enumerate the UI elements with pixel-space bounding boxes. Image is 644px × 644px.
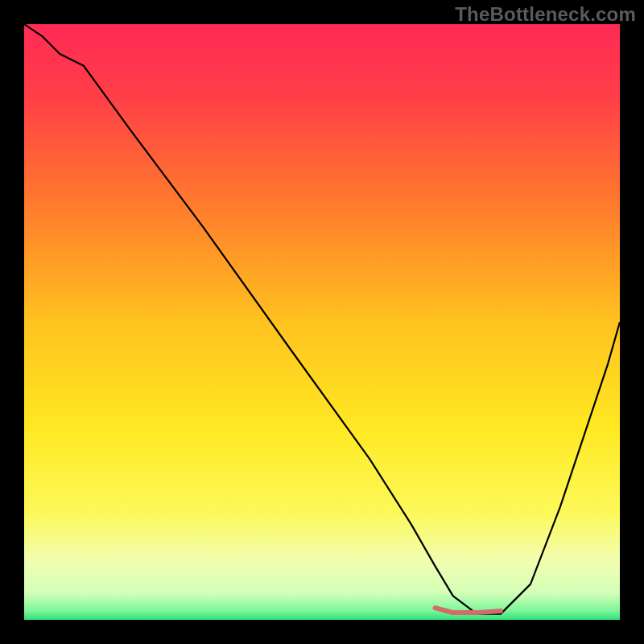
bottleneck-plot xyxy=(24,24,620,620)
watermark-text: TheBottleneck.com xyxy=(455,3,636,26)
chart-frame: TheBottleneck.com xyxy=(0,0,644,644)
chart-canvas xyxy=(24,24,620,620)
